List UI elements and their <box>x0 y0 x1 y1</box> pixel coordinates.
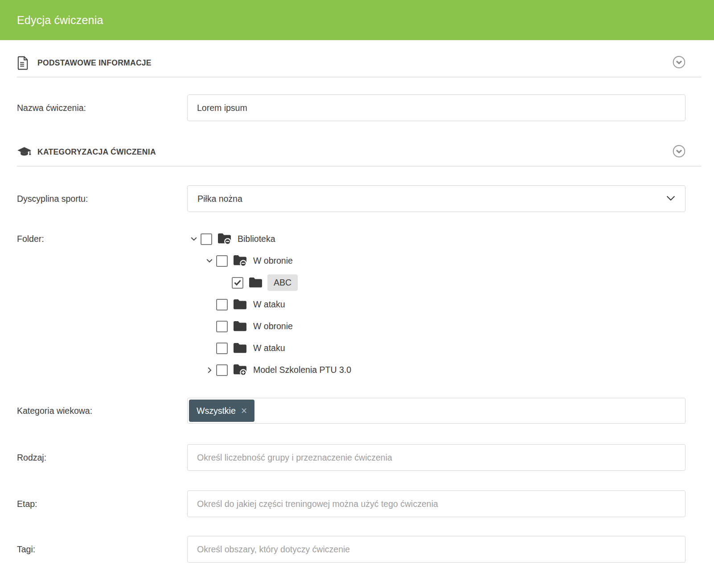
stage-label: Etap: <box>17 499 187 509</box>
field-row-age-category: Kategoria wiekowa: Wszystkie × <box>17 398 701 424</box>
tree-row: ABC <box>187 272 685 294</box>
discipline-select[interactable]: Piłka nożna <box>187 185 685 212</box>
tree-checkbox-checked[interactable] <box>232 277 243 289</box>
field-row-kind: Rodzaj: <box>17 444 701 471</box>
tree-row: W obronie <box>187 315 685 337</box>
tree-checkbox[interactable] <box>216 364 228 376</box>
tree-item-label[interactable]: W ataku <box>253 299 285 310</box>
field-row-stage: Etap: <box>17 490 701 517</box>
folder-icon <box>234 343 247 354</box>
tree-expander-placeholder <box>203 343 216 354</box>
tree-item-label-selected[interactable]: ABC <box>267 274 298 291</box>
tags-label: Tagi: <box>17 544 187 555</box>
tree-row: W obronie <box>187 250 685 272</box>
folder-label: Folder: <box>17 228 187 250</box>
age-category-label: Kategoria wiekowa: <box>17 406 187 416</box>
field-row-folder: Folder: Biblioteka <box>17 228 701 381</box>
stage-input[interactable] <box>187 490 685 517</box>
chevron-down-icon[interactable] <box>187 233 201 245</box>
tree-item-label[interactable]: W obronie <box>253 256 293 266</box>
tree-row: Biblioteka <box>187 228 685 250</box>
chip-label: Wszystkie <box>197 406 236 416</box>
section-categorization-collapse-button[interactable] <box>673 146 685 159</box>
tree-row: Model Szkolenia PTU 3.0 <box>187 359 685 381</box>
folder-icon <box>234 321 247 332</box>
section-categorization: KATEGORYZACJA ĆWICZENIA <box>17 138 701 167</box>
tree-row: W ataku <box>187 337 685 359</box>
page-header: Edycja ćwiczenia <box>0 0 714 40</box>
discipline-selected-value: Piłka nożna <box>197 194 242 204</box>
kind-input[interactable] <box>187 444 685 471</box>
folder-plus-icon <box>234 364 247 376</box>
tree-expander-placeholder <box>203 299 216 310</box>
field-row-discipline: Dyscyplina sportu: Piłka nożna <box>17 185 701 212</box>
kind-label: Rodzaj: <box>17 453 187 463</box>
tree-checkbox[interactable] <box>216 299 228 310</box>
tree-expander-placeholder <box>203 321 216 332</box>
folder-tree: Biblioteka W obronie <box>187 228 685 381</box>
folder-icon <box>234 299 247 310</box>
tree-checkbox[interactable] <box>216 255 228 267</box>
document-icon <box>17 56 32 70</box>
field-row-name: Nazwa ćwiczenia: <box>17 94 701 121</box>
chevron-down-icon[interactable] <box>203 255 216 267</box>
tree-item-label[interactable]: W obronie <box>253 321 293 331</box>
section-basic-info: PODSTAWOWE INFORMACJE <box>17 49 701 78</box>
tree-row: W ataku <box>187 294 685 315</box>
age-category-multiselect[interactable]: Wszystkie × <box>187 398 685 424</box>
field-row-tags: Tagi: <box>17 536 701 563</box>
section-basic-collapse-button[interactable] <box>673 57 685 69</box>
chevron-down-circle-icon <box>673 145 685 159</box>
tree-item-label[interactable]: Model Szkolenia PTU 3.0 <box>253 365 351 375</box>
tree-checkbox[interactable] <box>201 233 212 245</box>
folder-minus-icon <box>218 233 231 245</box>
tree-checkbox[interactable] <box>216 321 228 332</box>
page-title: Edycja ćwiczenia <box>17 14 103 27</box>
tree-expander-placeholder <box>218 277 232 289</box>
discipline-label: Dyscyplina sportu: <box>17 194 187 204</box>
tree-item-label[interactable]: W ataku <box>253 343 285 353</box>
name-input[interactable] <box>187 94 685 121</box>
section-categorization-title: KATEGORYZACJA ĆWICZENIA <box>37 147 156 157</box>
section-basic-info-title: PODSTAWOWE INFORMACJE <box>37 58 152 68</box>
chevron-down-circle-icon <box>673 56 685 70</box>
chevron-down-icon <box>666 195 675 203</box>
graduation-cap-icon <box>17 146 32 159</box>
close-icon[interactable]: × <box>241 406 247 416</box>
chevron-right-icon[interactable] <box>203 364 216 376</box>
form-content: PODSTAWOWE INFORMACJE Nazwa ćwiczenia: <box>0 49 714 563</box>
folder-minus-icon <box>234 255 247 267</box>
tree-checkbox[interactable] <box>216 343 228 354</box>
name-label: Nazwa ćwiczenia: <box>17 103 187 113</box>
age-category-chip: Wszystkie × <box>189 400 254 422</box>
folder-icon <box>249 277 263 288</box>
tree-item-label[interactable]: Biblioteka <box>238 234 275 244</box>
tags-input[interactable] <box>187 536 685 563</box>
